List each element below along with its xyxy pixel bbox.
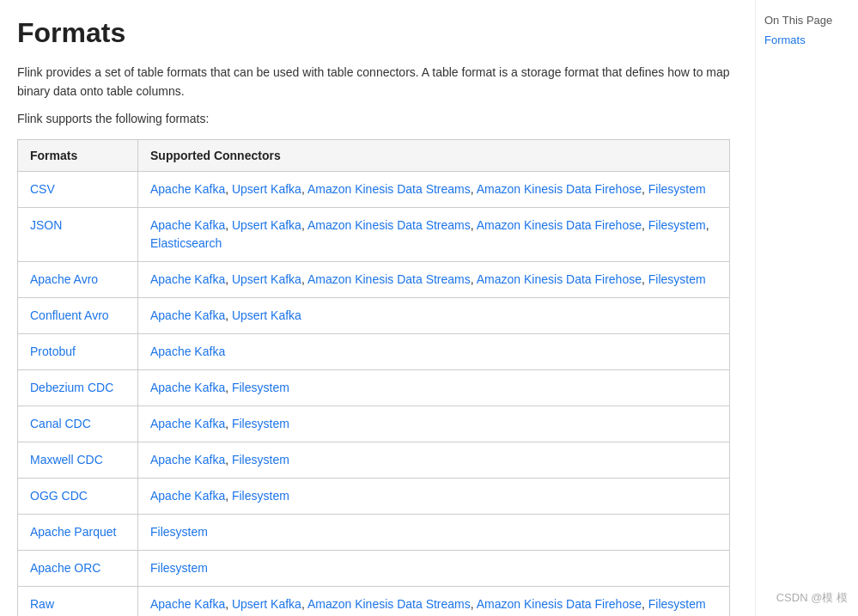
col-formats-header: Formats <box>18 139 138 171</box>
table-row: JSONApache Kafka, Upsert Kafka, Amazon K… <box>18 207 730 261</box>
format-cell: JSON <box>18 207 138 261</box>
connector-link-apache-kafka[interactable]: Apache Kafka <box>150 417 225 430</box>
connectors-cell: Apache Kafka, Upsert Kafka, Amazon Kines… <box>138 207 730 261</box>
connector-link-filesystem[interactable]: Filesystem <box>648 218 706 232</box>
format-link-raw[interactable]: Raw <box>30 597 54 611</box>
table-row: Apache ORCFilesystem <box>18 550 730 586</box>
connectors-cell: Apache Kafka, Upsert Kafka, Amazon Kines… <box>138 171 730 207</box>
connector-link-upsert-kafka[interactable]: Upsert Kafka <box>232 597 301 611</box>
connector-link-apache-kafka[interactable]: Apache Kafka <box>150 345 225 358</box>
connector-link-filesystem[interactable]: Filesystem <box>232 417 289 430</box>
format-cell: Apache ORC <box>18 550 138 586</box>
connector-link-filesystem[interactable]: Filesystem <box>648 182 706 196</box>
table-row: ProtobufApache Kafka <box>18 333 730 369</box>
connectors-cell: Apache Kafka, Filesystem <box>138 442 730 478</box>
connector-link-apache-kafka[interactable]: Apache Kafka <box>150 597 225 611</box>
connector-link-filesystem[interactable]: Filesystem <box>648 597 706 611</box>
connector-link-amazon-kinesis-data-firehose[interactable]: Amazon Kinesis Data Firehose <box>477 272 642 286</box>
format-link-ogg-cdc[interactable]: OGG CDC <box>30 489 88 503</box>
connectors-cell: Apache Kafka <box>138 333 730 369</box>
connectors-cell: Apache Kafka, Filesystem <box>138 406 730 442</box>
format-link-maxwell-cdc[interactable]: Maxwell CDC <box>30 453 103 467</box>
intro-paragraph-1: Flink provides a set of table formats th… <box>17 63 730 101</box>
connectors-cell: Apache Kafka, Upsert Kafka, Amazon Kines… <box>138 586 730 616</box>
table-row: Canal CDCApache Kafka, Filesystem <box>18 406 730 442</box>
connectors-cell: Apache Kafka, Filesystem <box>138 369 730 406</box>
format-link-confluent-avro[interactable]: Confluent Avro <box>30 308 109 322</box>
connector-link-apache-kafka[interactable]: Apache Kafka <box>150 308 225 322</box>
connector-link-apache-kafka[interactable]: Apache Kafka <box>150 272 225 286</box>
format-cell: Maxwell CDC <box>18 442 138 478</box>
format-cell: Debezium CDC <box>18 369 138 406</box>
connectors-cell: Apache Kafka, Filesystem <box>138 478 730 514</box>
on-this-page-label: On This Page <box>764 14 849 27</box>
format-link-protobuf[interactable]: Protobuf <box>30 345 76 358</box>
format-link-apache-orc[interactable]: Apache ORC <box>30 561 100 575</box>
connector-link-filesystem[interactable]: Filesystem <box>232 381 289 394</box>
intro-paragraph-2: Flink supports the following formats: <box>17 112 730 125</box>
connector-link-filesystem[interactable]: Filesystem <box>232 453 289 467</box>
format-link-debezium-cdc[interactable]: Debezium CDC <box>30 381 113 394</box>
table-row: Debezium CDCApache Kafka, Filesystem <box>18 369 730 406</box>
sidebar: On This Page Formats <box>755 0 858 616</box>
format-cell: Confluent Avro <box>18 297 138 333</box>
table-row: OGG CDCApache Kafka, Filesystem <box>18 478 730 514</box>
connector-link-filesystem[interactable]: Filesystem <box>150 525 208 539</box>
table-row: Apache ParquetFilesystem <box>18 514 730 550</box>
watermark: CSDN @模 模 <box>776 590 848 606</box>
format-link-apache-parquet[interactable]: Apache Parquet <box>30 525 116 539</box>
connector-link-upsert-kafka[interactable]: Upsert Kafka <box>232 308 301 322</box>
main-content: Formats Flink provides a set of table fo… <box>0 0 756 616</box>
table-header-row: Formats Supported Connectors <box>18 139 730 171</box>
connector-link-amazon-kinesis-data-firehose[interactable]: Amazon Kinesis Data Firehose <box>477 182 642 196</box>
connectors-cell: Apache Kafka, Upsert Kafka <box>138 297 730 333</box>
format-cell: CSV <box>18 171 138 207</box>
format-cell: Raw <box>18 586 138 616</box>
connector-link-apache-kafka[interactable]: Apache Kafka <box>150 218 225 232</box>
connectors-cell: Filesystem <box>138 550 730 586</box>
table-row: Confluent AvroApache Kafka, Upsert Kafka <box>18 297 730 333</box>
connector-link-amazon-kinesis-data-streams[interactable]: Amazon Kinesis Data Streams <box>307 182 471 196</box>
connector-link-filesystem[interactable]: Filesystem <box>648 272 706 286</box>
table-row: Maxwell CDCApache Kafka, Filesystem <box>18 442 730 478</box>
format-link-csv[interactable]: CSV <box>30 182 55 196</box>
connectors-cell: Filesystem <box>138 514 730 550</box>
connector-link-filesystem[interactable]: Filesystem <box>232 489 289 503</box>
connector-link-filesystem[interactable]: Filesystem <box>150 561 208 575</box>
connector-link-amazon-kinesis-data-firehose[interactable]: Amazon Kinesis Data Firehose <box>477 218 642 232</box>
col-connectors-header: Supported Connectors <box>138 139 730 171</box>
sidebar-formats-link[interactable]: Formats <box>764 34 849 46</box>
page-title: Formats <box>17 17 730 49</box>
format-cell: Protobuf <box>18 333 138 369</box>
format-link-apache-avro[interactable]: Apache Avro <box>30 272 98 286</box>
connector-link-apache-kafka[interactable]: Apache Kafka <box>150 182 225 196</box>
connector-link-amazon-kinesis-data-streams[interactable]: Amazon Kinesis Data Streams <box>307 272 471 286</box>
connector-link-apache-kafka[interactable]: Apache Kafka <box>150 381 225 394</box>
connector-link-apache-kafka[interactable]: Apache Kafka <box>150 489 225 503</box>
connector-link-upsert-kafka[interactable]: Upsert Kafka <box>232 182 301 196</box>
table-row: CSVApache Kafka, Upsert Kafka, Amazon Ki… <box>18 171 730 207</box>
connector-link-amazon-kinesis-data-streams[interactable]: Amazon Kinesis Data Streams <box>307 218 471 232</box>
connector-link-upsert-kafka[interactable]: Upsert Kafka <box>232 218 301 232</box>
format-link-canal-cdc[interactable]: Canal CDC <box>30 417 91 430</box>
connectors-cell: Apache Kafka, Upsert Kafka, Amazon Kines… <box>138 261 730 297</box>
formats-table: Formats Supported Connectors CSVApache K… <box>17 139 730 616</box>
connector-link-amazon-kinesis-data-streams[interactable]: Amazon Kinesis Data Streams <box>307 597 471 611</box>
format-cell: OGG CDC <box>18 478 138 514</box>
format-cell: Apache Avro <box>18 261 138 297</box>
format-cell: Canal CDC <box>18 406 138 442</box>
format-link-json[interactable]: JSON <box>30 218 62 232</box>
format-cell: Apache Parquet <box>18 514 138 550</box>
table-row: Apache AvroApache Kafka, Upsert Kafka, A… <box>18 261 730 297</box>
connector-link-apache-kafka[interactable]: Apache Kafka <box>150 453 225 467</box>
connector-link-upsert-kafka[interactable]: Upsert Kafka <box>232 272 301 286</box>
table-row: RawApache Kafka, Upsert Kafka, Amazon Ki… <box>18 586 730 616</box>
connector-link-amazon-kinesis-data-firehose[interactable]: Amazon Kinesis Data Firehose <box>477 597 642 611</box>
connector-link-elasticsearch[interactable]: Elasticsearch <box>150 236 222 250</box>
